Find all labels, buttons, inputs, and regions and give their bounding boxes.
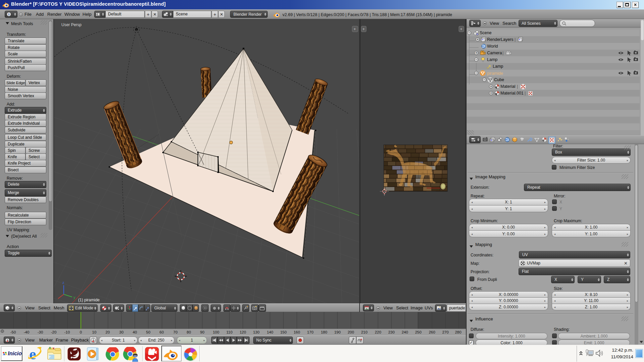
svg-text:20: 20 (106, 330, 110, 334)
svg-text:(1) piramide: (1) piramide (78, 298, 100, 302)
svg-text:-50: -50 (10, 330, 16, 334)
svg-text:-40: -40 (24, 330, 30, 334)
svg-text:30: 30 (119, 330, 124, 334)
svg-text:80: 80 (187, 330, 191, 334)
svg-text:60: 60 (160, 330, 164, 334)
svg-text:e: e (29, 347, 36, 361)
svg-text:280: 280 (455, 330, 461, 334)
svg-text:+: + (363, 27, 365, 32)
svg-text:90: 90 (200, 330, 205, 334)
svg-text:+: + (354, 27, 356, 32)
svg-text:140: 140 (267, 330, 273, 334)
svg-text:250: 250 (415, 330, 421, 334)
svg-text:200: 200 (347, 330, 354, 334)
svg-text:User Persp: User Persp (61, 22, 82, 27)
svg-text:+: + (460, 27, 463, 32)
svg-text:z: z (62, 281, 64, 285)
svg-text:0: 0 (80, 330, 82, 334)
svg-text:240: 240 (401, 330, 408, 334)
svg-text:110: 110 (226, 330, 232, 334)
svg-text:150: 150 (280, 330, 286, 334)
svg-text:160: 160 (293, 330, 300, 334)
svg-text:270: 270 (442, 330, 448, 334)
svg-text:i: i (8, 12, 9, 16)
svg-text:230: 230 (388, 330, 394, 334)
svg-text:-20: -20 (51, 330, 57, 334)
svg-text:260: 260 (429, 330, 435, 334)
svg-text:-30: -30 (38, 330, 43, 334)
svg-text:220: 220 (375, 330, 381, 334)
svg-text:50: 50 (146, 330, 151, 334)
svg-text:100: 100 (213, 330, 219, 334)
svg-text:120: 120 (239, 330, 246, 334)
svg-text:130: 130 (253, 330, 259, 334)
svg-text:-10: -10 (64, 330, 70, 334)
svg-text:10: 10 (92, 330, 97, 334)
svg-text:210: 210 (361, 330, 367, 334)
svg-text:170: 170 (307, 330, 313, 334)
svg-text:180: 180 (321, 330, 327, 334)
svg-text:70: 70 (173, 330, 178, 334)
svg-text:40: 40 (133, 330, 137, 334)
svg-text:190: 190 (334, 330, 340, 334)
svg-text:y: y (73, 295, 75, 299)
